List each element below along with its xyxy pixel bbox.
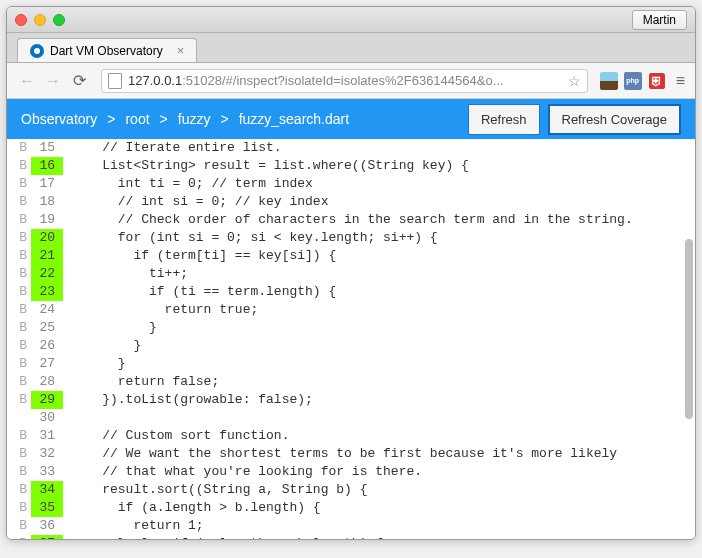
breakpoint-gutter[interactable]: B [7,337,31,355]
tab-title: Dart VM Observatory [50,44,163,58]
code-line: B36 return 1; [7,517,695,535]
line-number: 24 [31,301,63,319]
code-line: B26 } [7,337,695,355]
code-line: B25 } [7,319,695,337]
breakpoint-gutter[interactable]: B [7,373,31,391]
line-number: 30 [31,409,63,427]
breakpoint-gutter[interactable]: B [7,445,31,463]
code-line: B27 } [7,355,695,373]
breakpoint-gutter[interactable]: B [7,427,31,445]
code-text: List<String> result = list.where((String… [63,157,695,175]
code-line: B37 } else if (a.length == b.length) { [7,535,695,539]
line-number: 31 [31,427,63,445]
code-text: if (a.length > b.length) { [63,499,695,517]
breakpoint-gutter[interactable]: B [7,319,31,337]
line-number: 15 [31,139,63,157]
code-text: } else if (a.length == b.length) { [63,535,695,539]
code-line: B20 for (int si = 0; si < key.length; si… [7,229,695,247]
url-text: 127.0.0.1:51028/#/inspect?isolateId=isol… [128,73,564,88]
reload-button[interactable]: ⟳ [69,71,89,91]
code-text: ti++; [63,265,695,283]
breakpoint-gutter[interactable]: B [7,247,31,265]
code-line: B35 if (a.length > b.length) { [7,499,695,517]
extension-ublock-icon[interactable]: ⛨ [648,72,666,90]
breakpoint-gutter[interactable]: B [7,211,31,229]
browser-tab-bar: Dart VM Observatory × [7,33,695,63]
breakpoint-gutter[interactable]: B [7,535,31,539]
code-text: } [63,319,695,337]
refresh-button[interactable]: Refresh [468,104,540,135]
breakpoint-gutter[interactable]: B [7,517,31,535]
browser-navbar: ← → ⟳ 127.0.0.1:51028/#/inspect?isolateI… [7,63,695,99]
code-text: for (int si = 0; si < key.length; si++) … [63,229,695,247]
code-text: // that what you're looking for is there… [63,463,695,481]
code-text: result.sort((String a, String b) { [63,481,695,499]
browser-tab[interactable]: Dart VM Observatory × [17,38,197,62]
line-number: 16 [31,157,63,175]
code-text: } [63,355,695,373]
bookmark-star-icon[interactable]: ☆ [568,73,581,89]
code-text: int ti = 0; // term index [63,175,695,193]
line-number: 28 [31,373,63,391]
code-text: return 1; [63,517,695,535]
breakpoint-gutter[interactable]: B [7,499,31,517]
code-line: B31 // Custom sort function. [7,427,695,445]
tab-close-icon[interactable]: × [177,43,185,58]
breakpoint-gutter[interactable]: B [7,391,31,409]
window-zoom-button[interactable] [53,14,65,26]
breakpoint-gutter[interactable]: B [7,229,31,247]
line-number: 26 [31,337,63,355]
dart-favicon-icon [30,44,44,58]
code-text: // We want the shortest terms to be firs… [63,445,695,463]
line-number: 33 [31,463,63,481]
code-line: B28 return false; [7,373,695,391]
code-text: // int si = 0; // key index [63,193,695,211]
breakpoint-gutter[interactable]: B [7,193,31,211]
back-button[interactable]: ← [17,71,37,91]
breakpoint-gutter[interactable]: B [7,139,31,157]
breakpoint-gutter[interactable]: B [7,265,31,283]
code-line: B22 ti++; [7,265,695,283]
breakpoint-gutter[interactable] [7,409,31,427]
forward-button[interactable]: → [43,71,63,91]
refresh-coverage-button[interactable]: Refresh Coverage [548,104,682,135]
breadcrumb-separator: > [107,111,115,127]
code-text: // Iterate entire list. [63,139,695,157]
extension-image-icon[interactable] [600,72,618,90]
breakpoint-gutter[interactable]: B [7,481,31,499]
breadcrumb-separator: > [160,111,168,127]
vertical-scrollbar[interactable] [685,239,693,419]
code-line: B34 result.sort((String a, String b) { [7,481,695,499]
line-number: 25 [31,319,63,337]
user-profile-button[interactable]: Martin [632,10,687,30]
breakpoint-gutter[interactable]: B [7,175,31,193]
code-text: } [63,337,695,355]
breadcrumb-separator: > [220,111,228,127]
code-line: B18 // int si = 0; // key index [7,193,695,211]
breadcrumb-root[interactable]: root [125,111,149,127]
code-line: B16 List<String> result = list.where((St… [7,157,695,175]
breakpoint-gutter[interactable]: B [7,283,31,301]
breadcrumb-current-file: fuzzy_search.dart [239,111,350,127]
code-text: // Custom sort function. [63,427,695,445]
breakpoint-gutter[interactable]: B [7,355,31,373]
code-line: B19 // Check order of characters in the … [7,211,695,229]
breadcrumb-fuzzy[interactable]: fuzzy [178,111,211,127]
line-number: 34 [31,481,63,499]
extension-php-icon[interactable]: php [624,72,642,90]
page-icon [108,73,122,89]
breakpoint-gutter[interactable]: B [7,301,31,319]
window-minimize-button[interactable] [34,14,46,26]
code-text: // Check order of characters in the sear… [63,211,695,229]
chrome-menu-icon[interactable]: ≡ [676,72,685,90]
code-line: B23 if (ti == term.length) { [7,283,695,301]
source-code-viewer[interactable]: B15 // Iterate entire list.B16 List<Stri… [7,139,695,539]
line-number: 22 [31,265,63,283]
window-close-button[interactable] [15,14,27,26]
breakpoint-gutter[interactable]: B [7,157,31,175]
address-bar[interactable]: 127.0.0.1:51028/#/inspect?isolateId=isol… [101,69,588,93]
code-line: B32 // We want the shortest terms to be … [7,445,695,463]
breadcrumb-observatory[interactable]: Observatory [21,111,97,127]
window-titlebar: Martin [7,7,695,33]
breakpoint-gutter[interactable]: B [7,463,31,481]
